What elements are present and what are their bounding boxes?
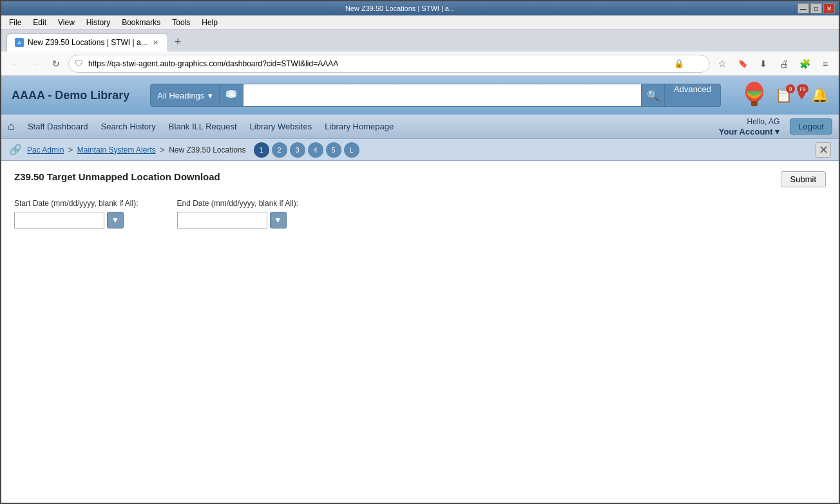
account-dropdown-icon: ▾: [775, 127, 779, 136]
nav-staff-dashboard[interactable]: Staff Dashboard: [21, 118, 95, 135]
breadcrumb-current: New Z39.50 Locations: [169, 145, 245, 154]
bookmark-star-icon[interactable]: ☆: [714, 55, 730, 72]
step-l-button[interactable]: L: [344, 142, 359, 158]
list-icon-wrapper[interactable]: 📋 9: [775, 87, 792, 104]
search-area: All Headings ▾ 🔍 Advanced: [150, 84, 721, 107]
step-4-button[interactable]: 4: [308, 142, 323, 158]
advanced-button[interactable]: Advanced: [665, 84, 721, 107]
window-controls: — □ ✕: [797, 3, 835, 14]
app-logo: AAAA - Demo Library: [12, 89, 129, 102]
step-1-button[interactable]: 1: [254, 142, 269, 158]
end-date-wrapper: ▼: [177, 212, 299, 229]
refresh-button[interactable]: ↻: [48, 55, 64, 72]
back-button[interactable]: ←: [6, 55, 23, 72]
end-date-input[interactable]: [177, 212, 267, 229]
tab-close-button[interactable]: ✕: [151, 39, 160, 47]
search-input[interactable]: [243, 84, 642, 107]
title-bar: New Z39.50 Locations | STWI | a... — □ ✕: [1, 1, 839, 15]
end-date-label: End Date (mm/dd/yyyy, blank if All):: [177, 199, 299, 208]
user-info: Hello, AG Your Account ▾: [719, 117, 779, 137]
end-date-calendar-button[interactable]: ▼: [270, 212, 287, 229]
step-5-button[interactable]: 5: [326, 142, 341, 158]
header-icons: 📋 9 ♥ F9 🔔: [775, 87, 828, 104]
heading-select[interactable]: All Headings ▾: [150, 84, 220, 107]
nav-blank-ill-request[interactable]: Blank ILL Request: [162, 118, 243, 135]
logout-button[interactable]: Logout: [790, 118, 832, 135]
svg-rect-6: [751, 101, 758, 106]
list-badge: 9: [786, 84, 795, 93]
form-row: Start Date (mm/dd/yyyy, blank if All): ▼…: [14, 199, 826, 229]
nav-bar: ⌂ Staff Dashboard Search History Blank I…: [1, 115, 839, 139]
heading-dropdown-icon: ▾: [208, 91, 213, 100]
nav-library-homepage[interactable]: Library Homepage: [318, 118, 400, 135]
heart-badge: F9: [797, 84, 808, 93]
heart-icon-wrapper[interactable]: ♥ F9: [797, 87, 806, 104]
extension-icon[interactable]: 🧩: [796, 55, 813, 72]
menu-history[interactable]: History: [81, 17, 115, 28]
menu-bar: File Edit View History Bookmarks Tools H…: [1, 15, 839, 30]
breadcrumb-steps: 1 2 3 4 5 L: [254, 142, 359, 158]
close-button[interactable]: ✕: [816, 142, 831, 158]
print-button[interactable]: 🖨: [776, 55, 792, 72]
lock-icon: 🔒: [674, 59, 684, 68]
close-window-button[interactable]: ✕: [823, 3, 835, 14]
menu-file[interactable]: File: [4, 17, 26, 28]
breadcrumb-sep2: >: [160, 145, 164, 154]
address-input[interactable]: [68, 55, 710, 73]
pocket-icon[interactable]: 🔖: [734, 55, 751, 72]
breadcrumb-maintain-alerts[interactable]: Maintain System Alerts: [77, 145, 156, 154]
breadcrumb-text: Pac Admin > Maintain System Alerts > New…: [27, 145, 246, 154]
bell-icon: 🔔: [811, 87, 828, 103]
menu-edit[interactable]: Edit: [28, 17, 52, 28]
nav-search-history[interactable]: Search History: [95, 118, 162, 135]
home-icon[interactable]: ⌂: [8, 120, 15, 133]
start-date-calendar-button[interactable]: ▼: [107, 212, 124, 229]
breadcrumb-sep1: >: [68, 145, 73, 154]
user-greeting: Hello, AG: [719, 117, 779, 127]
start-date-input[interactable]: [14, 212, 104, 229]
shield-icon: 🛡: [75, 59, 83, 68]
new-tab-button[interactable]: +: [169, 35, 187, 49]
balloon-logo: [741, 80, 767, 111]
search-button[interactable]: 🔍: [642, 84, 665, 107]
bell-icon-wrapper[interactable]: 🔔: [811, 87, 828, 104]
app-header: AAAA - Demo Library All Headings ▾ 🔍 Adv…: [1, 76, 839, 115]
your-account-link[interactable]: Your Account ▾: [719, 127, 779, 136]
start-date-group: Start Date (mm/dd/yyyy, blank if All): ▼: [14, 199, 138, 229]
submit-button[interactable]: Submit: [781, 171, 826, 187]
maximize-button[interactable]: □: [810, 3, 822, 14]
heading-label: All Headings: [157, 91, 204, 100]
nav-library-websites[interactable]: Library Websites: [243, 118, 319, 135]
tab-bar: A New Z39.50 Locations | STWI | a... ✕ +: [1, 30, 839, 51]
download-button[interactable]: ⬇: [755, 55, 772, 72]
menu-tools[interactable]: Tools: [167, 17, 195, 28]
menu-bookmarks[interactable]: Bookmarks: [117, 17, 166, 28]
breadcrumb-pac-admin[interactable]: Pac Admin: [27, 145, 64, 154]
address-bar: ← → ↻ 🛡 🔒 ☆ 🔖 ⬇ 🖨 🧩 ≡: [1, 51, 839, 76]
step-2-button[interactable]: 2: [272, 142, 287, 158]
start-date-wrapper: ▼: [14, 212, 138, 229]
tab-favicon: A: [15, 38, 24, 47]
menu-view[interactable]: View: [53, 17, 80, 28]
menu-help[interactable]: Help: [196, 17, 223, 28]
main-content: Submit Z39.50 Target Unmapped Location D…: [1, 161, 839, 503]
step-3-button[interactable]: 3: [290, 142, 305, 158]
breadcrumb-link-icon: 🔗: [9, 144, 22, 156]
page-title: Z39.50 Target Unmapped Location Download: [14, 171, 826, 182]
tab-title: New Z39.50 Locations | STWI | a...: [28, 38, 148, 47]
end-date-group: End Date (mm/dd/yyyy, blank if All): ▼: [177, 199, 299, 229]
window-title: New Z39.50 Locations | STWI | a...: [5, 5, 795, 12]
browser-window: New Z39.50 Locations | STWI | a... — □ ✕…: [0, 0, 840, 504]
start-date-label: Start Date (mm/dd/yyyy, blank if All):: [14, 199, 138, 208]
nav-right: Hello, AG Your Account ▾ Logout: [719, 117, 832, 137]
menu-button[interactable]: ≡: [817, 55, 834, 72]
active-tab[interactable]: A New Z39.50 Locations | STWI | a... ✕: [6, 33, 168, 51]
minimize-button[interactable]: —: [797, 3, 809, 14]
breadcrumb-bar: 🔗 Pac Admin > Maintain System Alerts > N…: [1, 139, 839, 161]
database-icon[interactable]: [220, 84, 243, 107]
svg-point-4: [226, 94, 236, 98]
forward-button[interactable]: →: [27, 55, 44, 72]
